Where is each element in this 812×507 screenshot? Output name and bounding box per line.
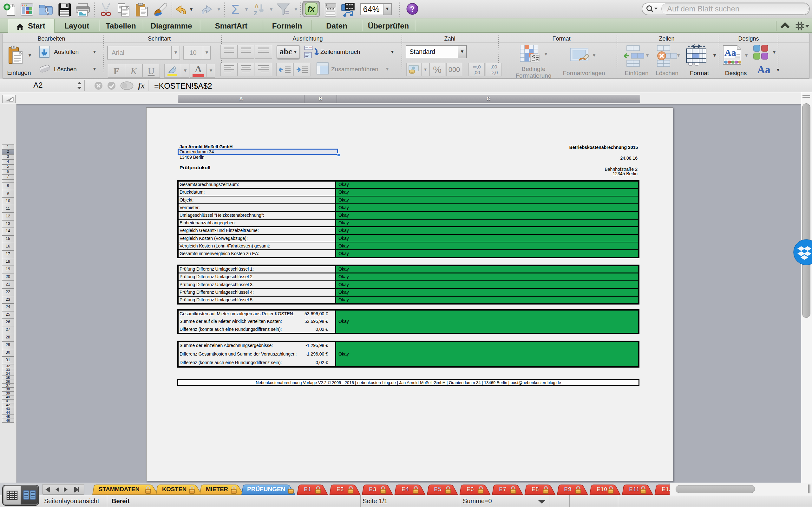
- svg-text:E11: E11: [629, 486, 640, 493]
- svg-text:E5: E5: [434, 486, 442, 493]
- svg-text:E4: E4: [402, 486, 409, 493]
- svg-text:E7: E7: [499, 486, 506, 493]
- svg-text:E10: E10: [597, 486, 607, 493]
- svg-text:E1: E1: [304, 486, 311, 493]
- svg-text:E8: E8: [531, 486, 539, 493]
- svg-text:KOSTEN: KOSTEN: [162, 486, 187, 493]
- svg-text:E9: E9: [564, 486, 571, 493]
- svg-text:E6: E6: [467, 486, 474, 493]
- svg-text:E2: E2: [337, 486, 344, 493]
- svg-text:MIETER: MIETER: [206, 486, 228, 493]
- svg-text:STAMMDATEN: STAMMDATEN: [99, 486, 140, 493]
- svg-text:E3: E3: [369, 486, 376, 493]
- svg-text:PRÜFUNGEN: PRÜFUNGEN: [247, 486, 285, 493]
